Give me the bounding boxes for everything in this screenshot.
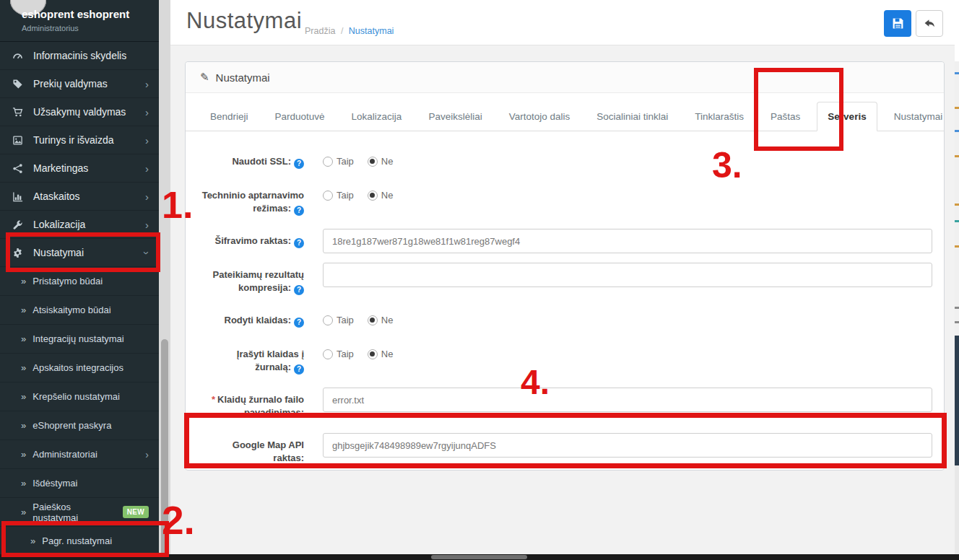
double-angle-icon: » <box>21 333 26 344</box>
panel-heading-title: Nustatymai <box>216 71 270 84</box>
form-row-techninio-aptarnavimo: Techninio aptarnavimo režimas:? Taip Ne <box>200 183 932 219</box>
sidebar-item-label: Ataskaitos <box>33 191 80 202</box>
annotation-number-3: 3. <box>712 147 742 183</box>
sidebar-subitem-label: Administratoriai <box>32 449 97 460</box>
admin-page: eshoprent eshoprent Administratorius Inf… <box>0 0 959 560</box>
compression-input[interactable] <box>323 263 932 287</box>
sidebar-subitem-apskaitos-integracijos[interactable]: » Apskaitos integracijos <box>0 354 159 382</box>
tab-lokalizacija[interactable]: Lokalizacija <box>342 102 412 131</box>
save-icon <box>892 17 904 30</box>
annotation-box-4 <box>184 413 947 468</box>
double-angle-icon: » <box>21 391 26 402</box>
tab-nustatymai[interactable]: Nustatymai <box>884 102 953 131</box>
sidebar-item-label: Lokalizacija <box>33 219 85 230</box>
user-role: Administratorius <box>22 24 79 32</box>
breadcrumb-home[interactable]: Pradžia <box>305 26 335 36</box>
error-log-filename-input[interactable] <box>323 388 932 412</box>
radio-ne[interactable] <box>368 191 378 201</box>
radio-group-ssl: Taip Ne <box>323 149 932 167</box>
vertical-scrollbar[interactable] <box>159 0 170 560</box>
annotation-box-1 <box>6 232 160 272</box>
field-label: Rodyti klaidas:? <box>200 308 304 333</box>
window-edge-minimap <box>955 0 959 560</box>
radio-label-ne: Ne <box>381 349 394 359</box>
sidebar-subitem-krepselio-nustatymai[interactable]: » Krepšelio nustatymai <box>0 382 159 411</box>
save-button[interactable] <box>884 10 911 37</box>
gauge-icon <box>12 51 27 61</box>
double-angle-icon: » <box>21 478 26 489</box>
label-text: Naudoti SSL: <box>232 156 291 167</box>
tab-tinklarastis[interactable]: Tinklaraštis <box>685 102 754 131</box>
tab-paveiksleliai[interactable]: Paveikslėliai <box>418 102 492 131</box>
sidebar-item-label: Turinys ir išvaizda <box>33 134 114 146</box>
radio-taip[interactable] <box>323 191 333 201</box>
help-icon[interactable]: ? <box>294 318 304 328</box>
field-label: Techninio aptarnavimo režimas:? <box>200 183 304 219</box>
double-angle-icon: » <box>21 305 26 315</box>
sidebar-subitem-eshoprent-paskyra[interactable]: » eShoprent paskyra <box>0 411 159 440</box>
sidebar-item-turinys-ir-isvaizda[interactable]: Turinys ir išvaizda › <box>0 126 159 154</box>
chevron-right-icon: › <box>145 219 149 230</box>
radio-label-taip: Taip <box>337 190 354 201</box>
sidebar-item-informacinis-skydelis[interactable]: Informacinis skydelis <box>0 42 159 70</box>
help-icon[interactable]: ? <box>294 238 304 248</box>
form-row-sifravimo-raktas: Šifravimo raktas:? <box>200 229 932 253</box>
radio-ne[interactable] <box>368 349 378 359</box>
undo-arrow-icon <box>923 17 936 30</box>
tag-icon <box>12 79 27 89</box>
page-title: Nustatymai <box>186 8 302 34</box>
user-panel: eshoprent eshoprent Administratorius <box>0 0 159 42</box>
sidebar-item-uzsakymu-valdymas[interactable]: Užsakymų valdymas › <box>0 98 159 126</box>
radio-ne[interactable] <box>368 315 378 325</box>
radio-group-maintenance: Taip Ne <box>323 183 932 201</box>
radio-taip[interactable] <box>323 349 333 359</box>
user-name: eshoprent eshoprent <box>22 8 129 20</box>
image-icon <box>12 135 27 146</box>
breadcrumb-separator: / <box>341 26 343 36</box>
field-label: Šifravimo raktas:? <box>200 229 304 253</box>
radio-ne[interactable] <box>368 157 378 167</box>
pencil-icon: ✎ <box>200 71 209 84</box>
tab-socialiniai-tinklai[interactable]: Socialiniai tinklai <box>586 102 678 131</box>
cart-icon <box>12 107 27 118</box>
sidebar-subitem-atsiskaitymo-budai[interactable]: » Atsiskaitymo būdai <box>0 296 159 325</box>
help-icon[interactable]: ? <box>294 206 304 216</box>
field-label: Naudoti SSL:? <box>200 149 304 174</box>
sidebar-subitem-label: eShoprent paskyra <box>32 420 111 431</box>
radio-label-ne: Ne <box>381 190 394 201</box>
sidebar-subitem-isdestymai[interactable]: » Išdėstymai <box>0 469 159 498</box>
annotation-number-2: 2. <box>162 501 195 541</box>
chevron-right-icon: › <box>145 79 149 89</box>
radio-taip[interactable] <box>323 157 333 167</box>
tab-bendrieji[interactable]: Bendrieji <box>200 102 259 131</box>
required-asterisk: * <box>212 394 215 405</box>
back-button[interactable] <box>916 10 943 37</box>
sidebar-item-prekiu-valdymas[interactable]: Prekių valdymas › <box>0 70 159 98</box>
sidebar-subitem-administratoriai[interactable]: » Administratoriai › <box>0 440 159 469</box>
label-text: Pateikiamų rezultatų kompresija: <box>213 269 304 293</box>
form-row-irasyti-klaidas: Įrašyti klaidas į žurnalą:? Taip Ne <box>200 342 932 378</box>
radio-taip[interactable] <box>323 315 333 325</box>
encryption-key-input[interactable] <box>323 229 932 253</box>
tab-vartotojo-dalis[interactable]: Vartotojo dalis <box>499 102 581 131</box>
breadcrumb: Pradžia / Nustatymai <box>305 26 394 36</box>
field-label: Įrašyti klaidas į žurnalą:? <box>200 342 304 378</box>
label-text: Šifravimo raktas: <box>215 235 292 246</box>
radio-label-taip: Taip <box>337 349 354 359</box>
help-icon[interactable]: ? <box>294 285 304 295</box>
double-angle-icon: » <box>21 362 26 373</box>
tab-parduotuve[interactable]: Parduotuvė <box>265 102 335 131</box>
sidebar-item-marketingas[interactable]: Marketingas › <box>0 154 159 183</box>
breadcrumb-current[interactable]: Nustatymai <box>349 26 394 36</box>
bar-chart-icon <box>12 191 27 202</box>
sidebar-subitem-label: Paieškos nustatymai <box>32 502 117 523</box>
radio-label-ne: Ne <box>381 156 394 167</box>
label-text: Techninio aptarnavimo režimas: <box>202 190 304 214</box>
sidebar-subitem-integraciju-nustatymai[interactable]: » Integracijų nustatymai <box>0 325 159 354</box>
help-icon[interactable]: ? <box>294 364 304 375</box>
chevron-right-icon: › <box>145 449 149 460</box>
sidebar-item-ataskaitos[interactable]: Ataskaitos › <box>0 183 159 211</box>
sidebar-item-label: Marketingas <box>33 162 88 174</box>
sidebar: eshoprent eshoprent Administratorius Inf… <box>0 0 159 560</box>
help-icon[interactable]: ? <box>294 159 304 169</box>
